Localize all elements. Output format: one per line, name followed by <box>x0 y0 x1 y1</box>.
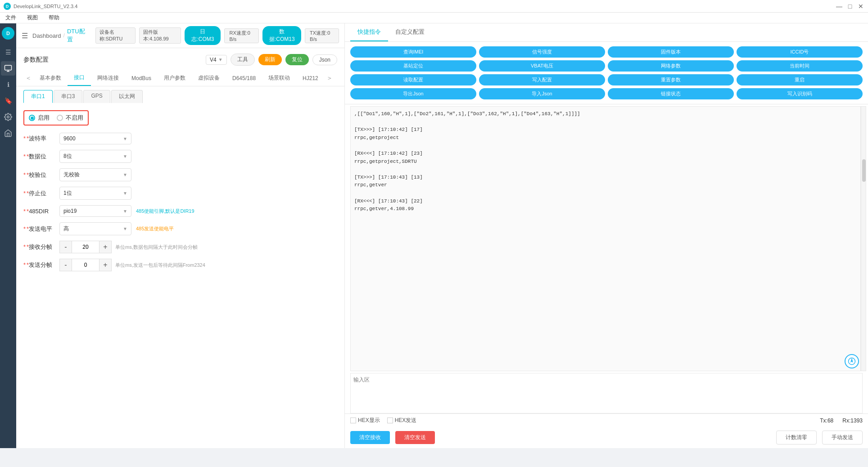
cmd-export-json[interactable]: 导出Json <box>350 88 476 99</box>
send-split-stepper: - + <box>59 259 112 271</box>
tab-virtual-device[interactable]: 虚拟设备 <box>192 71 226 85</box>
sub-tab-serial3[interactable]: 串口3 <box>54 90 83 103</box>
tab-modbus[interactable]: ModBus <box>125 72 158 85</box>
tab-hj212[interactable]: HJ212 <box>296 72 325 85</box>
input-textarea[interactable] <box>353 376 859 410</box>
tab-scene-control[interactable]: 场景联动 <box>262 71 296 85</box>
clear-tx-button[interactable]: 清空发送 <box>395 431 435 444</box>
bottom-bar: HEX显示 HEX发送 Tx:68 Rx:1393 <box>345 413 868 427</box>
tab-d645[interactable]: D645/188 <box>226 72 262 85</box>
hex-send-checkbox[interactable] <box>387 418 393 423</box>
tool-button[interactable]: 工具 <box>231 54 255 66</box>
baud-rate-select[interactable]: 9600 ▼ <box>59 133 131 144</box>
send-split-minus-button[interactable]: - <box>59 259 72 271</box>
sidebar-icon-settings[interactable] <box>1 110 15 124</box>
data-bits-select[interactable]: 8位 ▼ <box>59 150 131 163</box>
send-level-select[interactable]: 高 ▼ <box>59 222 131 235</box>
cmd-current-time[interactable]: 当前时间 <box>737 60 863 72</box>
log-container: ,[["Do1",160,"H",1],["Do2",161,"H",1],["… <box>345 104 868 373</box>
cmd-reset-params[interactable]: 重置参数 <box>608 74 734 85</box>
stop-bits-select[interactable]: 1位 ▼ <box>59 187 131 200</box>
recv-split-plus-button[interactable]: + <box>99 241 112 253</box>
sidebar-icon-menu[interactable]: ☰ <box>1 45 15 59</box>
log-scrollbar[interactable] <box>861 106 866 371</box>
hex-display-text: HEX显示 <box>358 417 380 424</box>
input-area[interactable] <box>350 373 863 413</box>
data-com13-button[interactable]: 数据:COM13 <box>262 26 301 45</box>
menu-view[interactable]: 视图 <box>25 13 40 22</box>
cmd-link-status[interactable]: 链接状态 <box>608 88 734 99</box>
tab-next-button[interactable]: ＞ <box>325 74 335 82</box>
sidebar-icon-home[interactable] <box>1 126 15 140</box>
tab-interface[interactable]: 接口 <box>68 70 91 86</box>
panel-header: 参数配置 V4 ▼ 工具 刷新 复位 Json ＜ <box>16 48 344 86</box>
enable-radio[interactable]: 启用 <box>29 114 50 122</box>
send-split-plus-button[interactable]: + <box>99 259 112 271</box>
tab-prev-button[interactable]: ＜ <box>23 74 33 82</box>
send-split-input[interactable] <box>72 259 99 271</box>
baud-rate-row: *波特率 9600 ▼ <box>23 133 337 144</box>
breadcrumb-home[interactable]: Dashboard <box>32 32 61 39</box>
sub-tab-ethernet[interactable]: 以太网 <box>111 90 143 103</box>
minimize-button[interactable]: — <box>836 3 843 10</box>
circle-icon[interactable] <box>845 354 859 368</box>
sub-tab-serial1[interactable]: 串口1 <box>23 90 53 103</box>
reset-button[interactable]: 复位 <box>285 54 309 65</box>
recv-split-hint: 单位ms,数据包间隔大于此时间会分帧 <box>115 244 198 251</box>
log-com3-button[interactable]: 日志:COM3 <box>185 26 221 45</box>
hex-send-checkbox-label[interactable]: HEX发送 <box>387 417 417 424</box>
sidebar-icon-info[interactable]: ℹ <box>1 77 15 92</box>
dir485-select[interactable]: pio19 ▼ <box>59 205 131 217</box>
breadcrumb-current: DTU配置 <box>67 27 88 44</box>
tab-user-params[interactable]: 用户参数 <box>158 71 192 85</box>
cmd-reboot[interactable]: 重启 <box>737 74 863 85</box>
sub-tab-gps[interactable]: GPS <box>83 90 110 103</box>
tab-network[interactable]: 网络连接 <box>91 71 125 85</box>
cmd-firmware-version[interactable]: 固件版本 <box>608 46 734 58</box>
enable-radio-dot <box>29 115 35 121</box>
tab-basic-params[interactable]: 基本参数 <box>33 71 68 85</box>
log-area[interactable]: ,[["Do1",160,"H",1],["Do2",161,"H",1],["… <box>350 106 861 371</box>
send-level-row: *发送电平 高 ▼ 485发送使能电平 <box>23 222 337 235</box>
hex-display-checkbox[interactable] <box>350 418 356 423</box>
manual-send-button[interactable]: 手动发送 <box>822 431 863 445</box>
cmd-signal-strength[interactable]: 信号强度 <box>479 46 605 58</box>
recv-split-input[interactable] <box>72 241 99 253</box>
menu-file[interactable]: 文件 <box>4 13 18 22</box>
clear-count-button[interactable]: 计数清零 <box>776 431 817 445</box>
hex-display-checkbox-label[interactable]: HEX显示 <box>350 417 380 424</box>
cmd-query-imei[interactable]: 查询IMEI <box>350 46 476 58</box>
cmd-network-params[interactable]: 网络参数 <box>608 60 734 72</box>
cmd-write-id-code[interactable]: 写入识别码 <box>737 88 863 99</box>
recv-split-minus-button[interactable]: - <box>59 241 72 253</box>
version-value: V4 <box>210 57 217 63</box>
hamburger-icon[interactable]: ☰ <box>22 31 28 40</box>
sidebar-icon-monitor[interactable] <box>1 61 15 76</box>
cmd-base-location[interactable]: 基站定位 <box>350 60 476 72</box>
rx-count: Rx:1393 <box>842 418 863 424</box>
version-select[interactable]: V4 ▼ <box>206 55 227 65</box>
cmd-write-config[interactable]: 写入配置 <box>479 74 605 85</box>
disable-radio[interactable]: 不启用 <box>57 114 83 122</box>
send-level-arrow-icon: ▼ <box>123 226 127 231</box>
maximize-button[interactable]: □ <box>846 3 854 10</box>
clear-rx-button[interactable]: 清空接收 <box>350 431 390 444</box>
window-controls: — □ ✕ <box>836 3 864 10</box>
json-button[interactable]: Json <box>312 54 337 65</box>
sidebar-icon-bookmark[interactable]: 🔖 <box>1 94 15 108</box>
data-bits-row: *数据位 8位 ▼ <box>23 150 337 163</box>
tab-custom-config[interactable]: 自定义配置 <box>388 23 432 41</box>
log-scrollbar-thumb <box>862 159 866 182</box>
svg-rect-0 <box>5 65 12 70</box>
cmd-read-config[interactable]: 读取配置 <box>350 74 476 85</box>
tab-quick-commands[interactable]: 快捷指令 <box>350 23 388 41</box>
menu-help[interactable]: 帮助 <box>47 13 61 22</box>
refresh-button[interactable]: 刷新 <box>258 54 282 65</box>
cmd-vbat-voltage[interactable]: VBAT电压 <box>479 60 605 72</box>
parity-arrow-icon: ▼ <box>123 172 127 177</box>
close-button[interactable]: ✕ <box>857 3 864 10</box>
cmd-iccid[interactable]: ICCID号 <box>737 46 863 58</box>
cmd-import-json[interactable]: 导入Json <box>479 88 605 99</box>
firmware-tag: 固件版本:4.108.99 <box>139 27 181 44</box>
parity-select[interactable]: 无校验 ▼ <box>59 168 131 181</box>
